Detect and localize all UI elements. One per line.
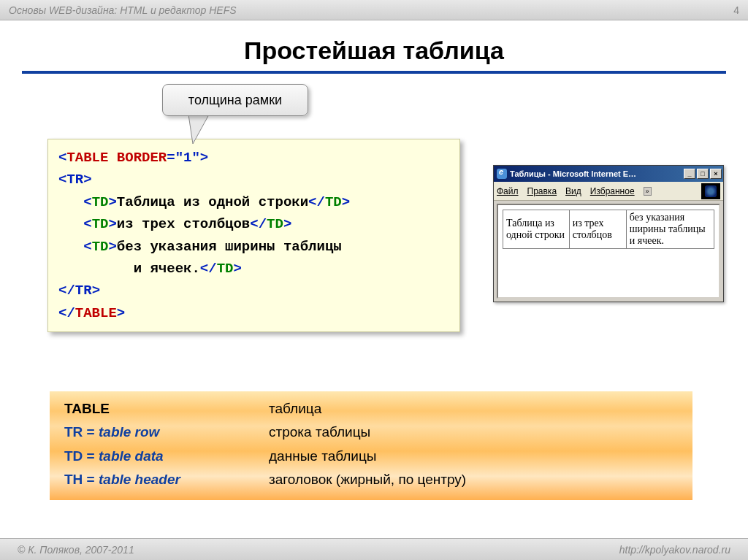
- code-table-close: TABLE: [75, 305, 117, 321]
- title-underline: [22, 71, 726, 74]
- def-term: TR = table row: [64, 421, 269, 444]
- code-cell1: Таблица из одной строки: [117, 194, 308, 210]
- callout-box: толщина рамки: [162, 84, 308, 116]
- browser-content: Таблица из одной строки из трех столбцов…: [497, 204, 720, 299]
- def-term: TD = table data: [64, 445, 269, 468]
- header-title: Основы WEB-дизайна: HTML и редактор HEFS: [9, 4, 237, 16]
- code-cell2: из трех столбцов: [117, 216, 250, 232]
- menu-chevron-icon[interactable]: »: [644, 187, 652, 196]
- code-border-attr: BORDER: [108, 150, 167, 166]
- code-cell3b: и ячеек.: [134, 261, 200, 277]
- browser-menu: Файл Правка Вид Избранное »: [494, 182, 723, 201]
- table-cell: без указания ширины таблицы и ячеек.: [626, 210, 714, 249]
- menu-favorites[interactable]: Избранное: [590, 186, 635, 196]
- def-desc: данные таблицы: [269, 445, 376, 468]
- callout-label: толщина рамки: [188, 93, 282, 108]
- def-row: TR = table row строка таблицы: [64, 421, 678, 444]
- def-term: TH = table header: [64, 468, 269, 491]
- menu-file[interactable]: Файл: [497, 186, 519, 196]
- maximize-button[interactable]: □: [697, 169, 709, 179]
- code-tr-open: <: [58, 172, 66, 188]
- def-row: TH = table header заголовок (жирный, по …: [64, 468, 678, 491]
- footer-url: http://kpolyakov.narod.ru: [619, 544, 730, 556]
- window-buttons: _ □ ×: [684, 169, 722, 179]
- browser-title: Таблицы - Microsoft Internet E…: [510, 169, 636, 178]
- code-gt: >: [200, 150, 208, 166]
- menu-view[interactable]: Вид: [565, 186, 581, 196]
- slide-title: Простейшая таблица: [0, 37, 748, 65]
- code-tr: TR: [66, 172, 83, 188]
- def-row: TABLE таблица: [64, 397, 678, 421]
- browser-titlebar: Таблицы - Microsoft Internet E… _ □ ×: [494, 166, 723, 182]
- table-row: Таблица из одной строки из трех столбцов…: [503, 210, 714, 249]
- code-border-val: ="1": [167, 150, 200, 166]
- rendered-table: Таблица из одной строки из трех столбцов…: [503, 210, 714, 249]
- minimize-button[interactable]: _: [684, 169, 695, 179]
- throbber-icon: [701, 183, 720, 199]
- def-desc: строка таблицы: [269, 421, 370, 444]
- code-cell3a: без указания ширины таблицы: [117, 239, 342, 255]
- table-cell: Таблица из одной строки: [503, 210, 570, 249]
- page-number: 4: [733, 4, 739, 16]
- definitions-panel: TABLE таблица TR = table row строка табл…: [50, 391, 692, 500]
- code-td: TD: [92, 194, 109, 210]
- code-block: <TABLE BORDER="1"> <TR> <TD>Таблица из о…: [47, 139, 460, 332]
- def-desc: таблица: [269, 397, 321, 421]
- table-cell: из трех столбцов: [569, 210, 626, 249]
- ie-icon: [497, 169, 507, 179]
- footer-bar: © К. Поляков, 2007-2011 http://kpolyakov…: [0, 538, 748, 560]
- def-desc: заголовок (жирный, по центру): [269, 468, 466, 491]
- footer-copyright: © К. Поляков, 2007-2011: [18, 544, 134, 556]
- svg-marker-0: [188, 115, 209, 144]
- close-button[interactable]: ×: [710, 169, 722, 179]
- header-bar: Основы WEB-дизайна: HTML и редактор HEFS…: [0, 0, 748, 20]
- def-term: TABLE: [64, 397, 269, 421]
- def-row: TD = table data данные таблицы: [64, 445, 678, 468]
- code-lt: <: [58, 150, 66, 166]
- menu-edit[interactable]: Правка: [527, 186, 557, 196]
- browser-window: Таблицы - Microsoft Internet E… _ □ × Фа…: [493, 165, 724, 302]
- code-table-tag: TABLE: [66, 150, 108, 166]
